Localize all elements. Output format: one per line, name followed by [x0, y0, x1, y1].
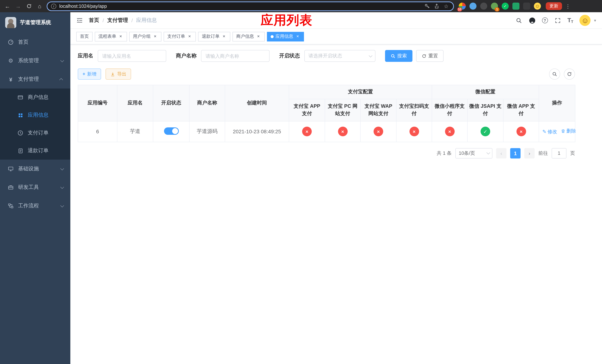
toolbox-icon [7, 184, 14, 191]
sidebar-item-refund-order[interactable]: 退款订单 [0, 142, 70, 160]
sidebar-item-home[interactable]: 首页 [0, 33, 70, 52]
close-icon[interactable]: × [295, 34, 300, 39]
refresh-button[interactable] [564, 68, 575, 80]
status-enabled-icon: ✓ [481, 127, 490, 136]
sidebar-item-dev-tools[interactable]: 研发工具 [0, 178, 70, 197]
sidebar-item-payment[interactable]: ¥ 支付管理 [0, 70, 70, 88]
tab-label: 商户信息 [236, 33, 254, 40]
tampermonkey-icon[interactable] [523, 3, 530, 10]
prev-page-button[interactable]: ‹ [496, 148, 506, 158]
delete-button[interactable]: 删除 [561, 128, 576, 135]
reset-button[interactable]: 重置 [416, 50, 443, 62]
chevron-down-icon [60, 185, 64, 189]
emoji-extension-icon[interactable]: ☺ [534, 3, 541, 10]
col-status: 开启状态 [153, 85, 189, 121]
pagination: 共 1 条 10条/页 ‹ 1 › 前往 页 [78, 148, 575, 158]
merchant-name-label: 商户名称 [176, 53, 197, 59]
app-table: 应用编号 应用名 开启状态 商户名称 创建时间 支付宝配置 微信配置 操作 支付… [78, 85, 575, 142]
sidebar-item-label: 系统管理 [18, 57, 39, 64]
edit-button[interactable]: ✎ 修改 [542, 128, 557, 135]
share-icon[interactable] [433, 3, 440, 10]
sidebar-item-app-info[interactable]: 应用信息 [0, 106, 70, 124]
app-name-input[interactable] [98, 50, 166, 62]
header-actions: ? TT ☺ ▾ [515, 15, 596, 26]
col-alipay-pc: 支付宝 PC 网站支付 [325, 99, 360, 121]
goto-page-input[interactable] [552, 148, 567, 158]
tab-label: 退款订单 [202, 33, 220, 40]
chevron-down-icon[interactable]: ▾ [594, 18, 596, 23]
close-icon[interactable]: × [221, 34, 226, 39]
sidebar-item-pay-order[interactable]: 支付订单 [0, 124, 70, 142]
workflow-icon [7, 203, 14, 209]
page-size-select[interactable]: 10条/页 [455, 148, 492, 158]
status-toggle[interactable] [164, 127, 179, 135]
col-wechat-app: 微信 APP 支付 [503, 99, 539, 121]
extension-badge: 1 [495, 7, 499, 11]
sidebar-item-merchant-info[interactable]: 商户信息 [0, 88, 70, 106]
docs-extension-icon[interactable] [512, 3, 519, 10]
site-info-icon[interactable]: i [51, 3, 56, 9]
page-1-button[interactable]: 1 [510, 148, 521, 158]
wechat-devtools-icon[interactable]: ✓ [502, 3, 509, 10]
add-button[interactable]: + 新增 [78, 68, 101, 80]
extension-colorful-icon[interactable]: 10 [459, 3, 466, 10]
col-wechat-jsapi: 微信 JSAPI 支付 [467, 99, 503, 121]
screen: ← → ⌂ i localhost:1024/pay/app ☆ 10 1 [0, 0, 602, 364]
tab-merchant-info[interactable]: 商户信息 × [233, 32, 265, 41]
collapse-sidebar-icon[interactable] [76, 17, 84, 24]
active-tab-dot [271, 35, 274, 38]
tab-label: 流程表单 [98, 33, 116, 40]
extension-blue-icon[interactable] [469, 3, 476, 10]
breadcrumb-home[interactable]: 首页 [89, 17, 99, 24]
next-page-button[interactable]: › [524, 148, 535, 158]
help-icon[interactable]: ? [542, 17, 548, 23]
sidebar-item-system[interactable]: ⚙ 系统管理 [0, 52, 70, 70]
close-icon[interactable]: × [118, 34, 123, 39]
tab-app-info[interactable]: 应用信息 × [267, 32, 304, 41]
tags-view-bar: 首页 流程表单 × 用户分组 × 支付订单 × 退款订单 × [70, 29, 602, 44]
close-icon[interactable]: × [256, 34, 261, 39]
chevron-down-icon [486, 151, 490, 154]
tab-process-form[interactable]: 流程表单 × [95, 32, 127, 41]
fullscreen-icon[interactable] [554, 17, 561, 24]
chevron-down-icon [60, 58, 64, 62]
url-bar[interactable]: i localhost:1024/pay/app ☆ [47, 1, 454, 11]
breadcrumb-separator: / [103, 17, 104, 23]
toggle-search-button[interactable] [549, 68, 560, 80]
search-button[interactable]: 搜索 [385, 50, 412, 62]
status-select[interactable]: 请选择开启状态 [304, 50, 376, 62]
status-disabled-icon: × [374, 127, 383, 136]
chrome-update-button[interactable]: 更新 [546, 2, 562, 10]
tab-label: 支付订单 [167, 33, 185, 40]
home-icon[interactable]: ⌂ [36, 2, 43, 10]
close-icon[interactable]: × [187, 34, 192, 39]
dashboard-icon [7, 39, 14, 45]
extension-badge: 10 [457, 7, 462, 11]
tab-label: 首页 [80, 33, 89, 40]
breadcrumb-payment[interactable]: 支付管理 [107, 17, 128, 24]
reload-icon[interactable] [25, 2, 32, 10]
password-key-icon[interactable] [424, 3, 430, 10]
search-icon[interactable] [515, 17, 522, 24]
forward-icon[interactable]: → [14, 2, 22, 10]
page-content: 应用名 商户名称 开启状态 请选择开启状态 搜索 重置 [70, 44, 602, 158]
sidebar-item-workflow[interactable]: 工作流程 [0, 197, 70, 215]
font-size-icon[interactable]: TT [567, 17, 573, 24]
chevron-down-icon [369, 54, 372, 57]
bookmark-star-icon[interactable]: ☆ [443, 3, 450, 10]
browser-menu-icon[interactable]: ⋮ [565, 3, 570, 9]
merchant-name-input[interactable] [201, 50, 269, 62]
tab-refund-order[interactable]: 退款订单 × [198, 32, 230, 41]
chevron-down-icon [60, 166, 64, 170]
github-icon[interactable] [528, 17, 536, 24]
close-icon[interactable]: × [152, 34, 158, 39]
tab-home[interactable]: 首页 [76, 32, 93, 41]
tab-user-group[interactable]: 用户分组 × [129, 32, 161, 41]
back-icon[interactable]: ← [4, 2, 11, 10]
extension-avatar-icon[interactable]: 1 [491, 3, 498, 10]
user-avatar[interactable]: ☺ [580, 15, 591, 26]
export-button[interactable]: 导出 [106, 68, 131, 80]
extension-dark-icon[interactable] [480, 3, 487, 10]
sidebar-item-infrastructure[interactable]: 基础设施 [0, 160, 70, 178]
tab-pay-order[interactable]: 支付订单 × [164, 32, 196, 41]
